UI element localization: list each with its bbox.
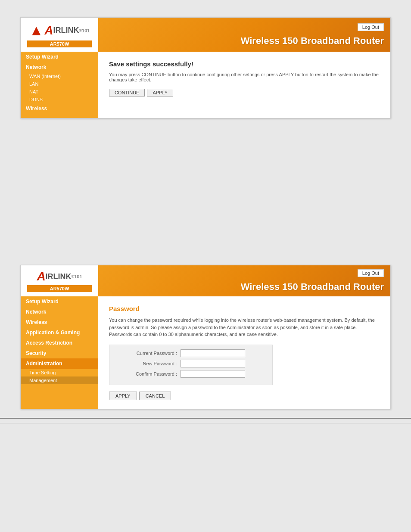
sidebar-1: Setup Wizard Network WAN (Internet) LAN … [21, 52, 98, 118]
password-desc: You can change the password required whi… [109, 317, 380, 338]
header-title-2: Wireless 150 Broadband Router [241, 281, 384, 292]
logo-air-2: A [37, 270, 45, 283]
current-password-input[interactable] [181, 349, 245, 357]
new-password-row: New Password : [116, 360, 266, 367]
apply-button-1[interactable]: APPLY [147, 89, 173, 96]
sidebar-item-setup-wizard-2[interactable]: Setup Wizard [21, 296, 98, 307]
sidebar-subitem-lan-1[interactable]: LAN [21, 80, 98, 88]
sidebar-subitem-time-setting[interactable]: Time Setting [21, 369, 98, 376]
sidebar-2: Setup Wizard Network Wireless Applicatio… [21, 296, 98, 409]
logo-area-1: ▲ AIRLINK®101 AR570W [21, 18, 98, 52]
logo-1: ▲ AIRLINK®101 [29, 22, 90, 39]
save-buttons: CONTINUE APPLY [109, 89, 380, 96]
save-title: Save settings successfully! [109, 60, 380, 68]
logo-101-2: 101 [74, 274, 82, 279]
model-badge-2: AR570W [27, 285, 92, 292]
logo-a: ▲ [29, 22, 44, 39]
header-1: ▲ AIRLINK®101 AR570W Log Out Wireless 15… [21, 18, 390, 52]
panel-body-1: Setup Wizard Network WAN (Internet) LAN … [21, 52, 390, 118]
logo-area-2: AIRLINK®101 AR570W [21, 265, 98, 296]
sidebar-item-network-2[interactable]: Network [21, 307, 98, 317]
confirm-password-row: Confirm Password : [116, 370, 266, 378]
sidebar-item-access-restriction[interactable]: Access Restriction [21, 338, 98, 348]
model-badge-1: AR570W [27, 40, 92, 47]
header-right-1: Log Out Wireless 150 Broadband Router [98, 20, 390, 50]
sidebar-item-administration[interactable]: Administration [21, 358, 98, 369]
sidebar-subitem-wan-1[interactable]: WAN (Internet) [21, 72, 98, 80]
logo-irlink: IRLINK [53, 26, 79, 35]
spacer-between [0, 127, 411, 256]
logout-button-1[interactable]: Log Out [358, 23, 384, 31]
sidebar-item-wireless-1[interactable]: Wireless [21, 103, 98, 114]
logo-101: 101 [82, 28, 90, 33]
divider-line-2 [0, 423, 411, 423]
router-panel-1: ▲ AIRLINK®101 AR570W Log Out Wireless 15… [20, 17, 391, 118]
header-title-1: Wireless 150 Broadband Router [241, 35, 384, 47]
logo-air: A [44, 24, 53, 37]
sidebar-item-application-gaming[interactable]: Application & Gaming [21, 327, 98, 338]
current-password-row: Current Password : [116, 349, 266, 357]
cancel-button[interactable]: CANCEL [139, 392, 171, 400]
sidebar-subitem-nat-1[interactable]: NAT [21, 88, 98, 96]
divider-line-1 [0, 418, 411, 419]
sidebar-subitem-management[interactable]: Management [21, 376, 98, 384]
sidebar-subitem-ddns-1[interactable]: DDNS [21, 96, 98, 103]
divider-area [0, 418, 411, 423]
sidebar-item-security[interactable]: Security [21, 348, 98, 358]
sidebar-item-network-1[interactable]: Network [21, 62, 98, 72]
password-form: Current Password : New Password : Confir… [109, 345, 273, 385]
logo-2: AIRLINK®101 [37, 270, 82, 283]
sidebar-item-wireless-2[interactable]: Wireless [21, 317, 98, 327]
current-password-label: Current Password : [116, 351, 181, 356]
content-area-2: Password You can change the password req… [98, 296, 390, 409]
logout-button-2[interactable]: Log Out [358, 269, 384, 277]
panel-body-2: Setup Wizard Network Wireless Applicatio… [21, 296, 390, 409]
apply-button-2[interactable]: APPLY [109, 392, 137, 400]
new-password-input[interactable] [181, 360, 245, 367]
confirm-password-label: Confirm Password : [116, 371, 181, 376]
new-password-label: New Password : [116, 361, 181, 366]
continue-button[interactable]: CONTINUE [109, 89, 145, 96]
logo-irlink-2: IRLINK [46, 272, 72, 281]
logo-sup-2: ® [72, 274, 75, 279]
sidebar-item-setup-wizard-1[interactable]: Setup Wizard [21, 52, 98, 62]
header-right-2: Log Out Wireless 150 Broadband Router [98, 266, 390, 296]
confirm-password-input[interactable] [181, 370, 245, 378]
password-title: Password [109, 305, 380, 312]
save-desc: You may press CONTINUE button to continu… [109, 72, 380, 82]
password-buttons: APPLY CANCEL [109, 392, 380, 400]
logo-sup: ® [79, 28, 82, 33]
content-area-1: Save settings successfully! You may pres… [98, 52, 390, 118]
header-2: AIRLINK®101 AR570W Log Out Wireless 150 … [21, 265, 390, 296]
bottom-spacer [0, 428, 411, 514]
router-panel-2: AIRLINK®101 AR570W Log Out Wireless 150 … [20, 265, 391, 409]
